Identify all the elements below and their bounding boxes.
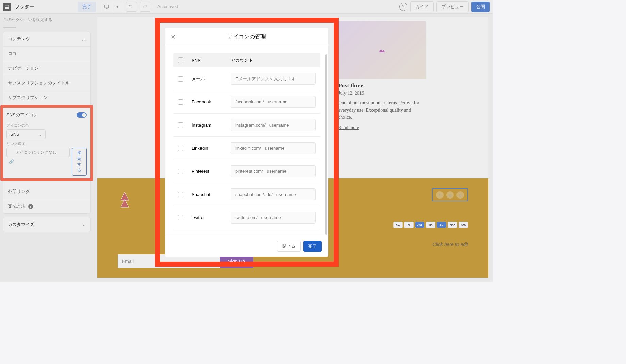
sns-account-input[interactable] — [231, 119, 316, 131]
sns-row: Facebook — [173, 90, 320, 114]
sns-checkbox[interactable] — [178, 99, 183, 105]
modal-header: ✕ アイコンの管理 — [165, 28, 328, 46]
modal-highlight-frame: ✕ アイコンの管理 SNS アカウント メールFacebookInstagram… — [155, 18, 339, 267]
icon-manage-modal: ✕ アイコンの管理 SNS アカウント メールFacebookInstagram… — [165, 28, 328, 257]
select-all-checkbox[interactable] — [178, 57, 183, 63]
modal-footer: 閉じる 完了 — [165, 236, 328, 257]
sns-checkbox[interactable] — [178, 146, 183, 151]
sns-row: Pinterest — [173, 160, 320, 183]
sns-row: Snapchat — [173, 183, 320, 206]
sns-row: Instagram — [173, 114, 320, 137]
sns-row: Linkedin — [173, 137, 320, 160]
sns-row: Twitter — [173, 206, 320, 229]
scrollbar[interactable] — [325, 54, 327, 235]
sns-row: メール — [173, 67, 320, 90]
sns-name: Facebook — [192, 99, 231, 104]
sns-name: Linkedin — [192, 146, 231, 151]
sns-checkbox[interactable] — [178, 215, 183, 220]
sns-checkbox[interactable] — [178, 76, 183, 82]
sns-table-header: SNS アカウント — [173, 53, 320, 67]
modal-body: SNS アカウント メールFacebookInstagramLinkedinPi… — [165, 46, 328, 236]
sns-checkbox[interactable] — [178, 122, 183, 128]
modal-done-button[interactable]: 完了 — [303, 241, 322, 252]
modal-title: アイコンの管理 — [228, 33, 266, 40]
sns-account-input[interactable] — [231, 96, 316, 108]
sns-name: Pinterest — [192, 169, 231, 174]
sns-account-input[interactable] — [231, 188, 316, 200]
sns-checkbox[interactable] — [178, 169, 183, 174]
sns-name: Instagram — [192, 122, 231, 128]
sns-name: Twitter — [192, 215, 231, 220]
sns-account-input[interactable] — [231, 73, 316, 85]
col-account-header: アカウント — [231, 57, 253, 63]
sns-name: メール — [192, 76, 231, 82]
col-sns-header: SNS — [192, 58, 231, 63]
close-icon[interactable]: ✕ — [171, 33, 176, 41]
sns-name: Snapchat — [192, 192, 231, 197]
modal-close-button[interactable]: 閉じる — [277, 241, 301, 252]
sns-account-input[interactable] — [231, 165, 316, 177]
sns-checkbox[interactable] — [178, 192, 183, 197]
sns-account-input[interactable] — [231, 142, 316, 154]
sns-rows: メールFacebookInstagramLinkedinPinterestSna… — [173, 67, 320, 229]
sns-account-input[interactable] — [231, 212, 316, 224]
